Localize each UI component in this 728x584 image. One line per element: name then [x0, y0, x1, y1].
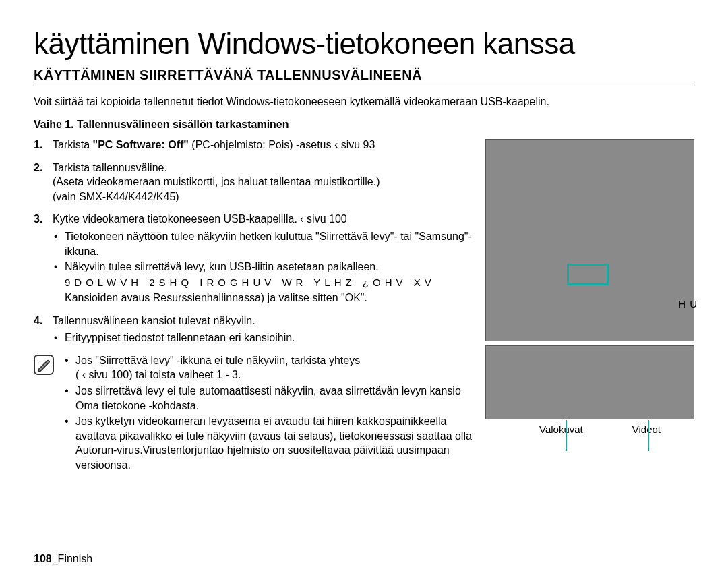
page-title: käyttäminen Windows-tietokoneen kanssa	[34, 27, 694, 61]
bold-label: "PC Software: Off"	[93, 139, 189, 150]
item-text: Näkyviin tulee siirrettävä levy, kun USB…	[65, 261, 379, 272]
list-item: 3. Kytke videokamera tietokoneeseen USB-…	[34, 212, 472, 305]
item-number: 1.	[34, 138, 42, 152]
note-block: Jos "Siirrettävä levy" -ikkuna ei tule n…	[34, 353, 472, 474]
item-number: 4.	[34, 314, 42, 328]
item-number: 2.	[34, 160, 42, 175]
list-item: 1. Tarkista "PC Software: Off" (PC-ohjel…	[34, 138, 472, 152]
page-footer: 108_Finnish	[34, 553, 92, 565]
figure-placeholder-bottom	[485, 345, 694, 419]
caption-photos: Valokuvat	[539, 424, 583, 435]
note-item: Jos siirrettävä levy ei tule automaattis…	[63, 384, 472, 413]
note-item: Jos kytketyn videokameran levyasema ei a…	[63, 414, 472, 472]
intro-text: Voit siirtää tai kopioida tallennetut ti…	[34, 96, 694, 108]
step-heading: Vaihe 1. Tallennusvälineen sisällön tark…	[34, 119, 694, 131]
garbled-tail: HU	[678, 298, 701, 310]
sub-item: Näkyviin tulee siirrettävä levy, kun USB…	[53, 260, 472, 305]
item-text: Tallennusvälineen kansiot tulevat näkyvi…	[53, 315, 255, 326]
item-text: Tarkista	[53, 139, 93, 150]
footer-lang: Finnish	[58, 553, 93, 564]
list-item: 2. Tarkista tallennusväline. (Aseta vide…	[34, 160, 472, 204]
sub-item: Erityyppiset tiedostot tallennetaan eri …	[53, 330, 472, 345]
item-text: Kytke videokamera tietokoneeseen USB-kaa…	[53, 213, 347, 225]
item-text: Tarkista tallennusväline.	[53, 162, 167, 173]
item-number: 3.	[34, 212, 42, 227]
item-text: (vain SMX-K44/K442/K45)	[53, 191, 179, 202]
garbled-text: 9DOLWVH 2SHQ IROGHUV WR YLHZ ¿OHV XV	[65, 276, 472, 289]
page-number: 108	[34, 553, 52, 564]
note-icon	[34, 355, 54, 375]
instruction-column: 1. Tarkista "PC Software: Off" (PC-ohjel…	[34, 138, 472, 474]
callout-line	[648, 420, 649, 451]
figure-column: Valokuvat Videot	[485, 138, 694, 435]
footer-sep: _	[52, 553, 58, 564]
item-text: (PC-ohjelmisto: Pois) -asetus ‹ sivu 93	[189, 139, 375, 150]
sub-item: Tietokoneen näyttöön tulee näkyviin hetk…	[53, 229, 472, 258]
item-text: Kansioiden avaus Resurssienhallinnassa) …	[65, 292, 367, 303]
note-item: Jos "Siirrettävä levy" -ikkuna ei tule n…	[63, 353, 472, 382]
figure-placeholder-top	[485, 139, 694, 341]
caption-videos: Videot	[632, 424, 661, 435]
callout-line	[566, 420, 567, 451]
list-item: 4. Tallennusvälineen kansiot tulevat näk…	[34, 314, 472, 345]
highlight-rect	[567, 264, 609, 285]
note-text: ( ‹ sivu 100) tai toista vaiheet 1 - 3.	[75, 369, 241, 380]
section-heading: KÄYTTÄMINEN SIIRRETTÄVÄNÄ TALLENNUSVÄLIN…	[34, 67, 694, 86]
note-text: Jos "Siirrettävä levy" -ikkuna ei tule n…	[75, 355, 360, 366]
item-text: (Aseta videokameraan muistikortti, jos h…	[53, 176, 380, 187]
